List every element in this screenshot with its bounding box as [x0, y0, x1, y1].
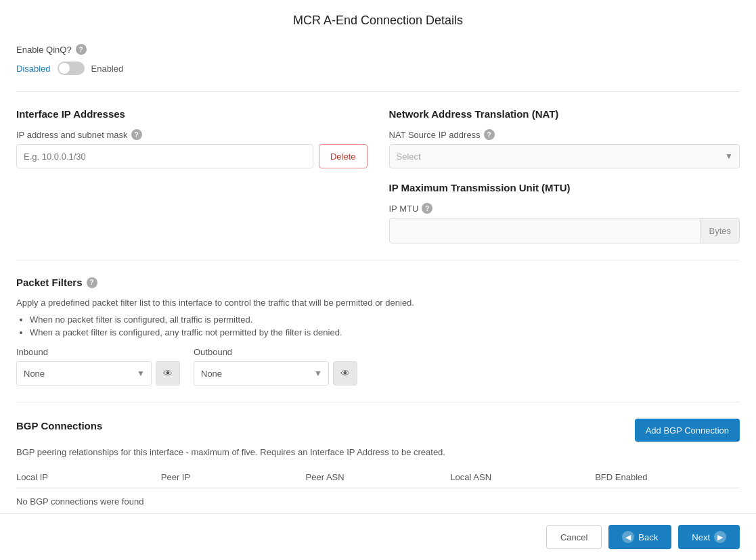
bgp-header: BGP Connections Add BGP Connection: [16, 419, 740, 442]
mtu-unit-label: Bytes: [700, 218, 739, 243]
outbound-label: Outbound: [194, 347, 357, 357]
inbound-input-row: None ▼ 👁: [16, 361, 180, 386]
bgp-col-local-ip: Local IP: [16, 472, 161, 482]
bgp-col-bfd-enabled: BFD Enabled: [595, 472, 740, 482]
outbound-input-row: None ▼ 👁: [194, 361, 357, 386]
back-circle-icon: ◀: [622, 531, 634, 543]
next-circle-icon: ▶: [714, 531, 726, 543]
packet-filters-bullets: When no packet filter is configured, all…: [30, 314, 740, 337]
page-title: MCR A-End Connection Details: [0, 0, 756, 39]
nat-source-label: NAT Source IP address ?: [389, 129, 740, 140]
mtu-help-icon[interactable]: ?: [422, 203, 432, 214]
toggle-row: Disabled Enabled: [16, 62, 740, 75]
eye-icon: 👁: [163, 368, 173, 379]
interface-ip-heading: Interface IP Addresses: [16, 108, 368, 120]
mtu-input-row: Bytes: [389, 218, 740, 243]
packet-filters-heading: Packet Filters ?: [16, 277, 740, 288]
bgp-table-header: Local IP Peer IP Peer ASN Local ASN BFD …: [16, 467, 740, 488]
divider-2: [16, 260, 740, 260]
ip-nat-section: Interface IP Addresses IP address and su…: [16, 97, 740, 254]
nat-section: Network Address Translation (NAT) NAT So…: [389, 108, 740, 243]
back-button[interactable]: ◀ Back: [608, 525, 671, 549]
mtu-label: IP MTU ?: [389, 203, 740, 214]
inbound-label: Inbound: [16, 347, 180, 357]
packet-filters-help-icon[interactable]: ?: [87, 277, 97, 288]
ip-field-help-icon[interactable]: ?: [131, 129, 142, 140]
nat-source-select[interactable]: Select: [389, 144, 740, 168]
packet-filters-section: Packet Filters ? Apply a predefined pack…: [16, 266, 740, 396]
nat-heading: Network Address Translation (NAT): [389, 108, 740, 120]
inbound-select[interactable]: None: [16, 361, 152, 386]
inbound-eye-button[interactable]: 👁: [156, 361, 180, 386]
bgp-heading: BGP Connections: [16, 420, 102, 431]
qinq-section: Enable QinQ? ? Disabled Enabled: [16, 39, 740, 86]
bullet-1: When no packet filter is configured, all…: [30, 314, 740, 325]
ip-input[interactable]: [16, 144, 313, 168]
outbound-filter-group: Outbound None ▼ 👁: [194, 347, 357, 386]
interface-ip-section: Interface IP Addresses IP address and su…: [16, 108, 368, 243]
add-bgp-button[interactable]: Add BGP Connection: [635, 419, 740, 442]
bgp-section: BGP Connections Add BGP Connection BGP p…: [16, 408, 740, 526]
bgp-col-peer-asn: Peer ASN: [306, 472, 451, 482]
bgp-col-local-asn: Local ASN: [450, 472, 595, 482]
cancel-button[interactable]: Cancel: [546, 525, 602, 549]
divider-3: [16, 402, 740, 402]
divider-1: [16, 91, 740, 92]
bgp-empty-message: No BGP connections were found: [16, 488, 740, 515]
bgp-table: Local IP Peer IP Peer ASN Local ASN BFD …: [16, 467, 740, 515]
nat-source-select-wrapper: Select ▼: [389, 144, 740, 168]
ip-field-label: IP address and subnet mask ?: [16, 129, 368, 140]
outbound-eye-icon: 👁: [340, 368, 350, 379]
packet-filters-desc: Apply a predefined packet filter list to…: [16, 298, 740, 308]
qinq-toggle[interactable]: [58, 62, 85, 75]
nat-source-help-icon[interactable]: ?: [484, 129, 495, 140]
bullet-2: When a packet filter is configured, any …: [30, 327, 740, 337]
outbound-select[interactable]: None: [194, 361, 329, 386]
inbound-filter-group: Inbound None ▼ 👁: [16, 347, 180, 386]
mtu-input[interactable]: [390, 218, 701, 243]
inbound-select-wrapper: None ▼: [16, 361, 152, 386]
filters-row: Inbound None ▼ 👁: [16, 347, 740, 386]
toggle-enabled-label: Enabled: [91, 64, 124, 74]
qinq-help-icon[interactable]: ?: [76, 44, 87, 55]
delete-button[interactable]: Delete: [319, 144, 368, 168]
qinq-label: Enable QinQ? ?: [16, 44, 740, 55]
toggle-disabled-label: Disabled: [16, 64, 51, 74]
ip-input-row: Delete: [16, 144, 368, 168]
next-button[interactable]: Next ▶: [678, 525, 740, 549]
qinq-label-text: Enable QinQ?: [16, 45, 72, 55]
bgp-desc: BGP peering relationships for this inter…: [16, 447, 740, 457]
bgp-col-peer-ip: Peer IP: [161, 472, 306, 482]
outbound-select-wrapper: None ▼: [194, 361, 329, 386]
outbound-eye-button[interactable]: 👁: [333, 361, 357, 386]
bottom-bar: Cancel ◀ Back Next ▶: [0, 513, 756, 560]
mtu-heading: IP Maximum Transmission Unit (MTU): [389, 182, 740, 193]
